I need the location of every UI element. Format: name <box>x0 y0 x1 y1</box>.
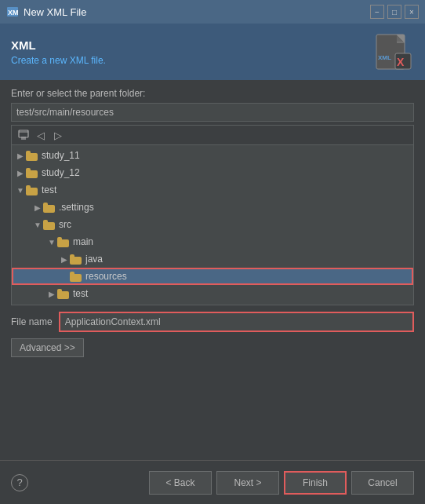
folder-icon-main <box>57 237 70 247</box>
advanced-button[interactable]: Advanced >> <box>11 338 84 357</box>
file-name-input[interactable] <box>59 312 414 332</box>
tree-item-src[interactable]: ▼ src <box>12 216 413 233</box>
bottom-bar: ? < Back Next > Finish Cancel <box>0 460 425 504</box>
tree-content[interactable]: ▶ study_11 ▶ study_12 ▼ test <box>12 145 413 305</box>
folder-icon-test-sub <box>57 289 70 299</box>
cancel-button[interactable]: Cancel <box>351 471 414 495</box>
file-name-row: File name <box>11 312 414 332</box>
svg-rect-9 <box>21 137 26 140</box>
tree-item-test[interactable]: ▼ test <box>12 181 413 199</box>
folder-section-label: Enter or select the parent folder: <box>11 88 414 99</box>
tree-item-java[interactable]: ▶ java <box>12 250 413 268</box>
help-button[interactable]: ? <box>11 474 28 491</box>
xml-file-icon: XML X <box>373 31 414 72</box>
label-src: src <box>59 219 71 230</box>
tree-item-resources[interactable]: resources <box>12 268 413 285</box>
toggle-main[interactable]: ▼ <box>46 238 57 247</box>
label-test-sub: test <box>73 288 88 299</box>
dialog-title: New XML File <box>24 6 365 18</box>
window-controls: − □ × <box>370 5 419 19</box>
svg-text:XML: XML <box>8 9 19 16</box>
folder-icon-java <box>70 254 82 265</box>
tree-toolbar: ◁ ▷ <box>12 126 413 145</box>
svg-rect-7 <box>19 130 28 137</box>
label-test: test <box>42 184 56 195</box>
app-icon: XML <box>6 5 19 18</box>
tree-item-test-sub[interactable]: ▶ test <box>12 285 413 302</box>
label-java: java <box>85 254 103 265</box>
toggle-java[interactable]: ▶ <box>59 255 70 264</box>
tree-item-main[interactable]: ▼ main <box>12 233 413 250</box>
nav-buttons: < Back Next > Finish Cancel <box>149 471 414 495</box>
toggle-study12[interactable]: ▶ <box>15 169 26 177</box>
tree-item-study12[interactable]: ▶ study_12 <box>12 164 413 181</box>
header-text: XML Create a new XML file. <box>11 38 106 66</box>
label-resources: resources <box>85 271 127 282</box>
folder-icon-study12 <box>26 168 38 178</box>
tree-item-study11[interactable]: ▶ study_11 <box>12 147 413 164</box>
label-settings: .settings <box>59 202 94 213</box>
go-up-button[interactable] <box>16 128 31 142</box>
back-button[interactable]: ◁ <box>34 128 48 142</box>
svg-text:XML: XML <box>378 54 391 61</box>
toggle-src[interactable]: ▼ <box>32 221 43 229</box>
back-nav-button[interactable]: < Back <box>149 471 212 495</box>
finish-button[interactable]: Finish <box>284 471 347 495</box>
header-section: XML Create a new XML file. XML X <box>0 24 425 80</box>
header-subtitle: Create a new XML file. <box>11 55 106 66</box>
folder-icon-test <box>26 185 38 195</box>
toggle-settings[interactable]: ▶ <box>32 203 43 212</box>
title-bar: XML New XML File − □ × <box>0 0 425 24</box>
file-name-label: File name <box>11 316 53 327</box>
svg-text:X: X <box>397 56 405 68</box>
folder-path-input[interactable] <box>11 103 414 122</box>
main-content: Enter or select the parent folder: ◁ ▷ ▶… <box>0 80 425 365</box>
file-name-section: File name <box>11 312 414 332</box>
folder-icon-study11 <box>26 151 38 161</box>
toggle-test[interactable]: ▼ <box>15 186 26 195</box>
xml-heading: XML <box>11 38 106 52</box>
next-nav-button[interactable]: Next > <box>216 471 279 495</box>
tree-item-target[interactable]: ▶ target <box>12 302 413 305</box>
label-study12: study_12 <box>42 167 80 178</box>
folder-icon-resources <box>70 272 82 282</box>
tree-item-settings[interactable]: ▶ .settings <box>12 199 413 216</box>
forward-button[interactable]: ▷ <box>51 128 65 142</box>
toggle-test-sub[interactable]: ▶ <box>46 290 57 298</box>
close-button[interactable]: × <box>405 5 419 19</box>
toggle-study11[interactable]: ▶ <box>15 152 26 160</box>
maximize-button[interactable]: □ <box>387 5 401 19</box>
folder-icon-settings <box>43 203 56 213</box>
label-study11: study_11 <box>42 150 80 161</box>
minimize-button[interactable]: − <box>370 5 384 19</box>
folder-icon-src <box>43 220 56 230</box>
label-main: main <box>73 236 93 247</box>
tree-panel: ◁ ▷ ▶ study_11 ▶ study_12 ▼ <box>11 125 414 305</box>
